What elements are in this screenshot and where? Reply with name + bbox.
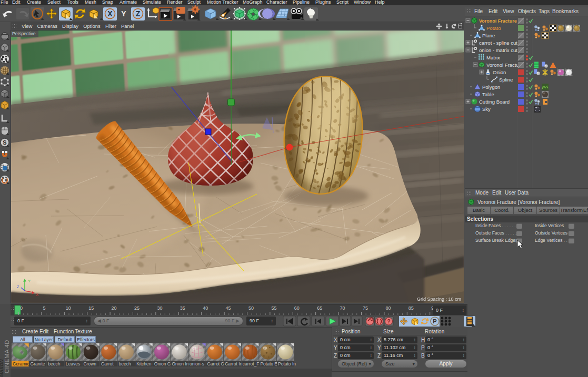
- svg-text:Y: Y: [28, 279, 31, 283]
- svg-text:Ceramic: Ceramic: [13, 361, 29, 366]
- svg-text:S: S: [3, 139, 6, 146]
- svg-text:Onion: Onion: [493, 69, 506, 75]
- svg-text:Kitchen: Kitchen: [136, 361, 152, 366]
- svg-text:80: 80: [385, 305, 391, 311]
- svg-text:Cutting Board: Cutting Board: [479, 99, 510, 105]
- svg-text:45: 45: [226, 305, 231, 311]
- svg-text:beech: beech: [119, 361, 131, 366]
- svg-text:Table: Table: [482, 91, 494, 97]
- svg-text:X: X: [107, 9, 113, 18]
- svg-text:beech: beech: [48, 361, 60, 366]
- svg-text:50: 50: [248, 305, 254, 311]
- svg-text:Carrot: Carrot: [101, 361, 114, 366]
- svg-text:Z: Z: [17, 285, 19, 289]
- svg-text:Voronoi Fracture: Voronoi Fracture: [486, 62, 523, 68]
- svg-text:?: ?: [387, 319, 390, 324]
- svg-text:30: 30: [157, 305, 162, 311]
- svg-text:onion-s: onion-s: [190, 361, 204, 366]
- svg-text:Carrot C: Carrot C: [207, 361, 224, 366]
- svg-text:Matrix: Matrix: [486, 55, 500, 60]
- svg-text:Polygon: Polygon: [482, 84, 500, 90]
- svg-text:70: 70: [340, 305, 345, 311]
- svg-text:75: 75: [363, 305, 368, 311]
- svg-text:Onion In: Onion In: [172, 361, 188, 366]
- svg-text:Granite: Granite: [31, 361, 45, 366]
- svg-text:Plane: Plane: [482, 33, 495, 38]
- svg-text:Z: Z: [136, 9, 141, 18]
- svg-text:Grid Spacing : 10 cm: Grid Spacing : 10 cm: [417, 297, 461, 302]
- svg-text:60: 60: [294, 305, 300, 311]
- svg-text:Potato In: Potato In: [278, 361, 296, 366]
- svg-text:X: X: [36, 292, 39, 297]
- svg-text:Voronoi Fracture [Voronoi Frac: Voronoi Fracture [Voronoi Fracture]: [477, 199, 560, 205]
- svg-text:65: 65: [317, 305, 322, 311]
- svg-text:P: P: [433, 318, 436, 324]
- svg-text:Carrot In: Carrot In: [225, 361, 242, 366]
- svg-text:25: 25: [134, 305, 139, 311]
- svg-text:Potato: Potato: [486, 25, 501, 31]
- svg-text:Potato E: Potato E: [260, 361, 277, 366]
- svg-text:Onion C: Onion C: [154, 361, 171, 366]
- svg-text:Sky: Sky: [482, 106, 491, 112]
- svg-text:onion - matrix cut: onion - matrix cut: [479, 47, 517, 53]
- svg-text:Voronoi Fracture: Voronoi Fracture: [479, 18, 517, 24]
- svg-text:carrot_F: carrot_F: [243, 361, 260, 366]
- svg-text:Y: Y: [121, 9, 126, 18]
- svg-text:10: 10: [66, 305, 71, 311]
- svg-text:Spline: Spline: [499, 77, 513, 83]
- svg-text:Perspective: Perspective: [12, 31, 36, 36]
- svg-text:40: 40: [203, 305, 208, 311]
- svg-text:0: 0: [20, 305, 23, 311]
- svg-text:55: 55: [271, 305, 276, 311]
- svg-text:carrot - spline cut: carrot - spline cut: [479, 40, 517, 46]
- svg-text:85: 85: [408, 305, 414, 311]
- svg-text:15: 15: [88, 305, 94, 311]
- svg-text:5: 5: [43, 305, 45, 311]
- svg-text:Crown: Crown: [83, 361, 96, 366]
- svg-text:20: 20: [112, 305, 117, 311]
- svg-text:Leaves: Leaves: [66, 361, 80, 366]
- svg-text:35: 35: [180, 305, 185, 311]
